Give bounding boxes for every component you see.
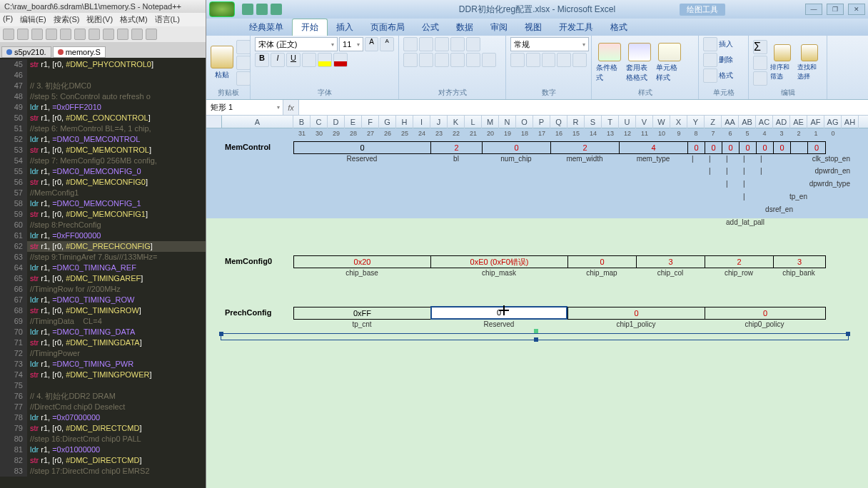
col-header-K[interactable]: K	[448, 116, 465, 128]
merge-icon[interactable]	[482, 53, 496, 67]
col-header-P[interactable]: P	[533, 116, 550, 128]
col-header-T[interactable]: T	[602, 116, 619, 128]
col-header-B[interactable]: B	[293, 116, 311, 128]
sort-button[interactable]: 排序和筛选	[770, 43, 794, 83]
paste-icon[interactable]	[117, 29, 128, 40]
saveall-icon[interactable]	[46, 29, 57, 40]
col-header-Y[interactable]: Y	[687, 116, 705, 128]
col-header-G[interactable]: G	[379, 116, 396, 128]
menu-edit[interactable]: 编辑(E)	[20, 14, 46, 25]
col-header-R[interactable]: R	[567, 116, 585, 128]
maximize-button[interactable]: ❐	[827, 4, 844, 15]
select-all-corner[interactable]	[206, 116, 222, 128]
copy-icon[interactable]	[103, 29, 114, 40]
wrap-icon[interactable]	[466, 37, 480, 51]
col-header-C[interactable]: C	[311, 116, 328, 128]
border-icon[interactable]	[302, 53, 316, 67]
col-header-W[interactable]: W	[653, 116, 670, 128]
col-header-I[interactable]: I	[413, 116, 430, 128]
font-color-icon[interactable]	[333, 53, 348, 67]
cond-format-button[interactable]: 条件格式	[596, 43, 623, 83]
tab-view[interactable]: 视图	[516, 19, 550, 36]
name-box[interactable]: 矩形 1	[206, 100, 283, 115]
find-button[interactable]: 查找和选择	[797, 43, 822, 83]
code-editor[interactable]: 45str r1, [r0, #DMC_PHYCONTROL0]4647// 3…	[0, 58, 206, 488]
col-header-H[interactable]: H	[396, 116, 413, 128]
editing-cell[interactable]: 0	[430, 306, 567, 320]
close-icon[interactable]	[60, 29, 71, 40]
decrease-font-icon[interactable]: A	[380, 37, 394, 51]
undo-icon[interactable]	[131, 29, 143, 40]
undo-icon[interactable]	[256, 4, 268, 15]
copy-icon[interactable]	[236, 56, 251, 70]
sum-icon[interactable]: Σ	[753, 40, 767, 54]
formula-bar[interactable]	[299, 100, 868, 115]
col-header-V[interactable]: V	[636, 116, 653, 128]
col-header-X[interactable]: X	[670, 116, 687, 128]
paste-button[interactable]: 粘贴	[211, 43, 233, 83]
underline-icon[interactable]: U	[286, 53, 301, 67]
col-header-D[interactable]: D	[328, 116, 345, 128]
fx-icon[interactable]: fx	[283, 100, 299, 115]
indent-dec-icon[interactable]	[450, 53, 465, 67]
cut-icon[interactable]	[89, 29, 100, 40]
menu-view[interactable]: 视图(V)	[86, 14, 113, 25]
align-mid-icon[interactable]	[419, 37, 433, 51]
worksheet-grid[interactable]: ABCDEFGHIJKLMNOPQRSTUVWXYZAAABACADAEAFAG…	[206, 116, 868, 488]
tab-s5pv210[interactable]: s5pv210.	[1, 46, 51, 58]
save-icon[interactable]	[242, 4, 253, 15]
tab-dev[interactable]: 开发工具	[550, 19, 602, 36]
office-button[interactable]	[206, 0, 238, 19]
col-header-AG[interactable]: AG	[824, 116, 842, 128]
insert-icon[interactable]	[703, 37, 717, 51]
tab-format[interactable]: 格式	[602, 19, 636, 36]
col-header-L[interactable]: L	[465, 116, 482, 128]
format-icon[interactable]	[703, 68, 717, 83]
tab-formula[interactable]: 公式	[413, 19, 448, 36]
tab-home[interactable]: 开始	[292, 19, 328, 36]
col-header-F[interactable]: F	[362, 116, 379, 128]
orientation-icon[interactable]	[450, 37, 465, 51]
col-header-N[interactable]: N	[499, 116, 516, 128]
align-center-icon[interactable]	[419, 53, 433, 67]
increase-font-icon[interactable]: A	[365, 37, 379, 51]
cut-icon[interactable]	[236, 40, 251, 54]
col-header-AE[interactable]: AE	[790, 116, 807, 128]
close-button[interactable]: ✕	[848, 4, 865, 15]
col-header-O[interactable]: O	[516, 116, 533, 128]
dec-decimal-icon[interactable]	[572, 53, 587, 67]
number-format-combo[interactable]: 常规▾	[510, 37, 589, 51]
col-header-A[interactable]: A	[222, 116, 293, 128]
menu-search[interactable]: 搜索(S)	[54, 14, 80, 25]
fill-color-icon[interactable]	[318, 53, 332, 67]
menu-file[interactable]: (F)	[3, 14, 13, 25]
fill-icon[interactable]	[753, 56, 767, 70]
menu-format[interactable]: 格式(M)	[120, 14, 148, 25]
align-top-icon[interactable]	[403, 37, 418, 51]
tab-review[interactable]: 审阅	[482, 19, 516, 36]
indent-inc-icon[interactable]	[466, 53, 480, 67]
tab-layout[interactable]: 页面布局	[362, 19, 413, 36]
italic-icon[interactable]: I	[271, 53, 285, 67]
percent-icon[interactable]	[526, 53, 540, 67]
redo-icon[interactable]	[271, 4, 282, 15]
col-header-U[interactable]: U	[619, 116, 636, 128]
align-right-icon[interactable]	[435, 53, 449, 67]
align-bot-icon[interactable]	[435, 37, 449, 51]
col-header-AD[interactable]: AD	[773, 116, 790, 128]
col-header-AB[interactable]: AB	[739, 116, 756, 128]
col-header-J[interactable]: J	[430, 116, 448, 128]
minimize-button[interactable]: —	[805, 4, 822, 15]
new-icon[interactable]	[3, 29, 14, 40]
col-header-E[interactable]: E	[345, 116, 362, 128]
col-header-Z[interactable]: Z	[705, 116, 722, 128]
col-header-Q[interactable]: Q	[550, 116, 567, 128]
inc-decimal-icon[interactable]	[557, 53, 571, 67]
col-header-AA[interactable]: AA	[722, 116, 739, 128]
print-icon[interactable]	[74, 29, 86, 40]
save-icon[interactable]	[31, 29, 43, 40]
tab-memory-s[interactable]: memory.S	[53, 46, 106, 58]
font-size-combo[interactable]: 11▾	[339, 37, 363, 51]
comma-icon[interactable]	[542, 53, 556, 67]
table-format-button[interactable]: 套用表格格式	[626, 43, 653, 83]
